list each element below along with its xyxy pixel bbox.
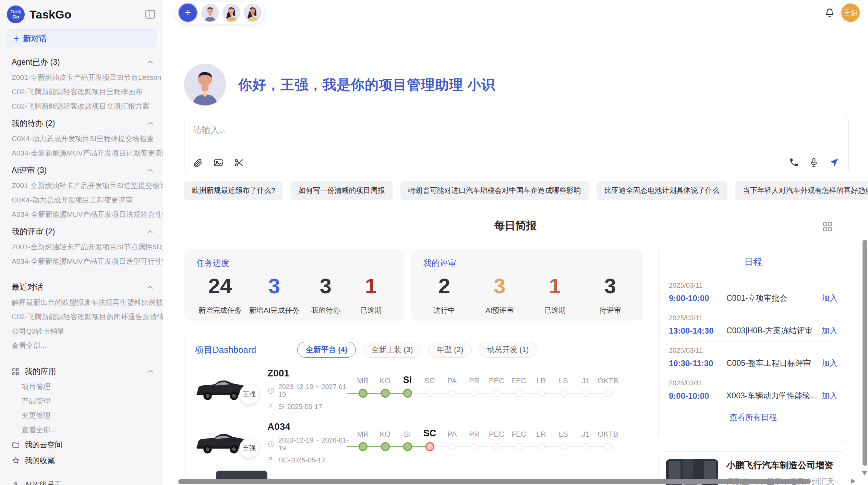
milestone-label: PA xyxy=(447,427,457,439)
add-agent-button[interactable]: + xyxy=(178,3,198,23)
sidebar-task-item[interactable]: C0X4-动力总成开发项目工程变更评审 xyxy=(0,193,163,207)
sidebar-link-我的收藏[interactable]: 我的收藏 xyxy=(0,453,163,469)
sidebar-tool-label: AI超级员工 xyxy=(25,480,62,485)
suggestion-chips: 欧洲新规最近颁布了什么?如何写一份清晰的项目周报特朗普可能对进口汽车增税会对中国… xyxy=(184,181,868,200)
dashboard-filter-tab[interactable]: 全新平台 (4) xyxy=(297,342,356,358)
agent-avatar-2[interactable] xyxy=(222,4,240,22)
sidebar-task-item[interactable]: C0X4-动力总成开发项目SI里程碑提交物检查 xyxy=(0,132,163,146)
folder-icon xyxy=(12,441,20,449)
notification-bell-icon[interactable] xyxy=(824,8,835,18)
scroll-right-arrow-icon[interactable] xyxy=(851,478,855,484)
logo-line2: Go xyxy=(12,14,19,20)
app-item[interactable]: 查看全部... xyxy=(0,423,163,437)
project-row[interactable]: 王强Z0012023-12-19 ~ 2027-01-19SI-2025-05-… xyxy=(195,367,632,411)
sidebar-task-item[interactable]: A034-全新新能源MUV产品开发项目造型可行性评审 xyxy=(0,254,163,269)
milestone-label: OKTB xyxy=(598,374,618,385)
view-all-schedule-link[interactable]: 查看所有日程 xyxy=(669,412,837,423)
sidebar-task-item[interactable]: Z001-全新燃油皮卡产品开发项目SI节点Lesson Learn报告 xyxy=(0,70,163,85)
milestone-dot xyxy=(381,389,390,398)
agent-avatar-3[interactable] xyxy=(244,4,262,22)
app-item[interactable]: 变更管理 xyxy=(0,408,163,423)
suggestion-chip[interactable]: 如何写一份清晰的项目周报 xyxy=(291,181,393,200)
milestone-label: FEC xyxy=(511,374,527,385)
join-link[interactable]: 加入 xyxy=(822,358,837,369)
milestone-timeline: MRKOSISCPAPRPECFECLRLSJ1OKTB xyxy=(352,370,619,408)
scissors-icon[interactable] xyxy=(234,158,244,168)
sidebar-section-0[interactable]: Agent已办 (3) xyxy=(0,52,163,70)
scroll-down-arrow-icon[interactable] xyxy=(862,471,867,475)
milestone-dot xyxy=(471,443,478,450)
recent-chat-item[interactable]: 解释最新出台的欧盟报废车法规再生塑料比例被调至15%... xyxy=(0,295,163,310)
stat-item: 3我的待办 xyxy=(307,274,345,315)
suggestion-chip[interactable]: 当下年轻人对汽车外观有怎样的喜好趋势 xyxy=(735,181,868,200)
star-icon xyxy=(12,457,20,465)
milestone-dot-wrap xyxy=(604,439,612,455)
milestone-dot xyxy=(426,389,434,397)
dashboard-filter-tab[interactable]: 年型 (2) xyxy=(428,342,472,358)
layout-grid-icon[interactable] xyxy=(822,221,833,232)
image-icon[interactable] xyxy=(213,158,224,168)
recent-chat-item[interactable]: 公司Q3轻卡销量 xyxy=(0,324,163,338)
project-row[interactable]: 王强A0342023-12-19 ~ 2026-01-19SC-2025-05-… xyxy=(195,421,632,464)
milestone-label: KO xyxy=(380,374,391,385)
vertical-scrollbar[interactable] xyxy=(863,240,867,466)
sidebar-collapse-icon[interactable] xyxy=(144,9,156,20)
schedule-date: 2025/03/11 xyxy=(669,282,837,289)
new-chat-button[interactable]: + 新对话 xyxy=(7,29,156,47)
dashboard-filter-tab[interactable]: 全新上装 (3) xyxy=(363,342,421,358)
divider xyxy=(0,357,163,357)
schedule-card: 日程 2025/03/119:00-10:00C001-立项审批会加入2025/… xyxy=(658,246,848,442)
microphone-icon[interactable] xyxy=(809,157,819,167)
sidebar-task-item[interactable]: Z001-全新燃油轻卡产品开发项目SI节点属性5D文件评审 xyxy=(0,240,163,254)
greeting-block: 你好，王强，我是你的项目管理助理 小识 xyxy=(184,64,495,105)
sidebar-task-item[interactable]: A034-全新新能源MUV产品开发项目法规符合性评审 xyxy=(0,207,163,222)
sidebar-section-2-label: AI评审 (3) xyxy=(12,165,47,176)
send-icon[interactable] xyxy=(829,157,840,168)
sidebar-link-我的云空间[interactable]: 我的云空间 xyxy=(0,437,163,453)
milestone-dot xyxy=(359,442,367,451)
sidebar-task-item[interactable]: C02-飞腾新能源轻客改款项目里程碑画布 xyxy=(0,85,163,99)
sidebar-task-item[interactable]: C02-飞腾新能源轻客改款项目立项汇报方案 xyxy=(0,99,163,113)
milestone-dot-wrap xyxy=(582,385,590,401)
suggestion-chip[interactable]: 比亚迪全固态电池计划具体说了什么 xyxy=(596,181,727,200)
sidebar-section-apps[interactable]: 我的应用 xyxy=(0,361,163,380)
join-link[interactable]: 加入 xyxy=(822,390,837,401)
sidebar-section-recent[interactable]: 最近对话 xyxy=(0,277,163,295)
chevron-up-icon xyxy=(146,284,154,291)
suggestion-chip[interactable]: 欧洲新规最近颁布了什么? xyxy=(184,181,283,200)
suggestion-chip[interactable]: 特朗普可能对进口汽车增税会对中国车企造成哪些影响 xyxy=(400,181,589,200)
join-link[interactable]: 加入 xyxy=(822,325,837,336)
paperclip-icon[interactable] xyxy=(193,158,203,168)
sidebar-tool-AI超级员工[interactable]: AI超级员工 xyxy=(0,477,163,485)
milestone-dot xyxy=(381,442,390,451)
sidebar-task-item[interactable]: Z001-全新燃油轻卡产品开发项目SI造型提交物评审 xyxy=(0,178,163,193)
milestone-node: SC xyxy=(419,427,441,455)
dashboard-filter-tab[interactable]: 动总开发 (1) xyxy=(479,342,537,358)
next-project-image-clipped xyxy=(216,471,267,480)
join-link[interactable]: 加入 xyxy=(822,293,837,303)
milestone-dot xyxy=(515,389,523,397)
sidebar-section-1[interactable]: 我的待办 (2) xyxy=(0,113,163,132)
agent-avatar-1[interactable] xyxy=(201,4,219,22)
project-image: 王强 xyxy=(195,426,246,459)
sidebar-section-2[interactable]: AI评审 (3) xyxy=(0,160,163,178)
app-item[interactable]: 产品管理 xyxy=(0,394,163,408)
owner-badge: 王强 xyxy=(239,385,259,405)
sidebar-task-item[interactable]: A034-全新新能源MUV产品开发项目计划变更表编写 xyxy=(0,146,163,160)
divider xyxy=(0,273,163,273)
milestone-dot-wrap xyxy=(381,439,390,455)
user-avatar[interactable]: 王强 xyxy=(841,3,860,22)
person-icon xyxy=(12,481,20,485)
recent-chat-item[interactable]: C02-飞腾新能源轻客改款项目的闭环通告反馈情况 xyxy=(0,310,163,324)
recent-chat-item[interactable]: 查看全部... xyxy=(0,338,163,353)
sidebar-section-3[interactable]: 我的评审 (2) xyxy=(0,222,163,240)
plus-icon: + xyxy=(13,33,19,44)
phone-icon[interactable] xyxy=(789,157,799,167)
horizontal-scrollbar[interactable] xyxy=(178,479,811,484)
milestone-label: FEC xyxy=(511,427,527,439)
milestone-label: OKTB xyxy=(598,427,618,439)
app-item[interactable]: 项目管理 xyxy=(0,380,163,394)
chat-input[interactable] xyxy=(193,125,743,135)
stat-value: 1 xyxy=(549,274,560,298)
milestone-node: FEC xyxy=(508,374,530,401)
